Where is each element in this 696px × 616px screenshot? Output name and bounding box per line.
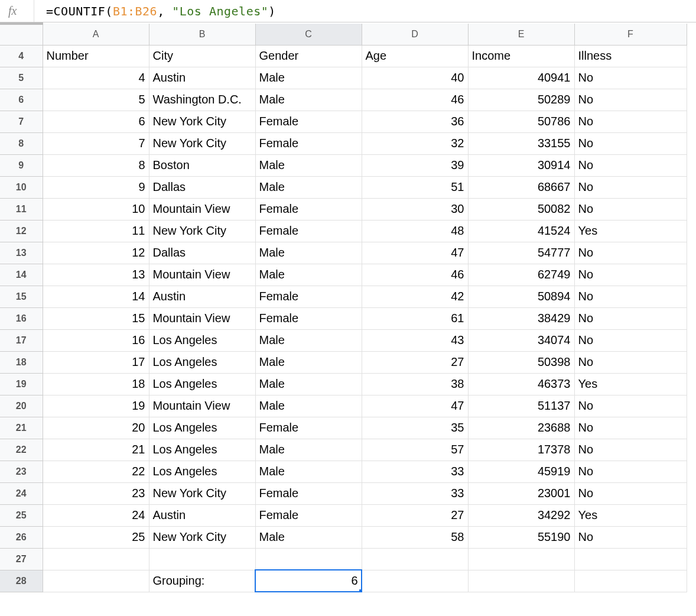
cell-A5[interactable]: 4	[43, 67, 149, 89]
cell-E18[interactable]: 50398	[468, 351, 574, 373]
cell-E20[interactable]: 51137	[468, 395, 574, 417]
row-header-15[interactable]: 15	[0, 286, 43, 307]
row-header-25[interactable]: 25	[0, 504, 43, 526]
cell-A18[interactable]: 17	[43, 351, 149, 373]
cell-C21[interactable]: Female	[255, 417, 362, 439]
row-header-28[interactable]: 28	[0, 570, 43, 592]
cell-E10[interactable]: 68667	[468, 176, 574, 198]
cell-C16[interactable]: Female	[255, 307, 362, 329]
cell-E17[interactable]: 34074	[468, 329, 574, 351]
cell-E15[interactable]: 50894	[468, 286, 574, 307]
cell-B16[interactable]: Mountain View	[149, 307, 255, 329]
cell-B23[interactable]: Los Angeles	[149, 461, 255, 482]
cell-A13[interactable]: 12	[43, 242, 149, 264]
row-header-14[interactable]: 14	[0, 264, 43, 286]
cell-C14[interactable]: Male	[255, 264, 362, 286]
cell-B25[interactable]: Austin	[149, 504, 255, 526]
cell-A17[interactable]: 16	[43, 329, 149, 351]
cell-D21[interactable]: 35	[362, 417, 468, 439]
cell-F20[interactable]: No	[574, 395, 687, 417]
cell-F18[interactable]: No	[574, 351, 687, 373]
column-header-C[interactable]: C	[255, 24, 362, 45]
cell-E23[interactable]: 45919	[468, 461, 574, 482]
row-header-4[interactable]: 4	[0, 45, 43, 67]
cell-C9[interactable]: Male	[255, 154, 362, 176]
cell-A23[interactable]: 22	[43, 461, 149, 482]
column-header-B[interactable]: B	[149, 24, 255, 45]
cell-D17[interactable]: 43	[362, 329, 468, 351]
cell-F8[interactable]: No	[574, 132, 687, 154]
cell-B27[interactable]	[149, 548, 255, 570]
cell-E25[interactable]: 34292	[468, 504, 574, 526]
row-header-8[interactable]: 8	[0, 132, 43, 154]
cell-B19[interactable]: Los Angeles	[149, 373, 255, 395]
row-header-22[interactable]: 22	[0, 439, 43, 461]
cell-C5[interactable]: Male	[255, 67, 362, 89]
cell-B26[interactable]: New York City	[149, 526, 255, 548]
cell-B9[interactable]: Boston	[149, 154, 255, 176]
cell-D20[interactable]: 47	[362, 395, 468, 417]
cell-F10[interactable]: No	[574, 176, 687, 198]
cell-B22[interactable]: Los Angeles	[149, 439, 255, 461]
cell-F22[interactable]: No	[574, 439, 687, 461]
cell-B6[interactable]: Washington D.C.	[149, 89, 255, 111]
cell-A16[interactable]: 15	[43, 307, 149, 329]
cell-F26[interactable]: No	[574, 526, 687, 548]
row-header-23[interactable]: 23	[0, 461, 43, 482]
cell-C19[interactable]: Male	[255, 373, 362, 395]
cell-D28[interactable]	[362, 570, 468, 592]
cell-E7[interactable]: 50786	[468, 111, 574, 132]
cell-F27[interactable]	[574, 548, 687, 570]
cell-A20[interactable]: 19	[43, 395, 149, 417]
row-header-27[interactable]: 27	[0, 548, 43, 570]
cell-A28[interactable]	[43, 570, 149, 592]
cell-B20[interactable]: Mountain View	[149, 395, 255, 417]
cell-B24[interactable]: New York City	[149, 482, 255, 504]
cell-B10[interactable]: Dallas	[149, 176, 255, 198]
cell-A8[interactable]: 7	[43, 132, 149, 154]
cell-E19[interactable]: 46373	[468, 373, 574, 395]
cell-E6[interactable]: 50289	[468, 89, 574, 111]
cell-E8[interactable]: 33155	[468, 132, 574, 154]
cell-B18[interactable]: Los Angeles	[149, 351, 255, 373]
cell-D27[interactable]	[362, 548, 468, 570]
column-header-F[interactable]: F	[574, 24, 687, 45]
cell-A12[interactable]: 11	[43, 220, 149, 242]
row-header-17[interactable]: 17	[0, 329, 43, 351]
cell-D19[interactable]: 38	[362, 373, 468, 395]
cell-E16[interactable]: 38429	[468, 307, 574, 329]
cell-F12[interactable]: Yes	[574, 220, 687, 242]
cell-C24[interactable]: Female	[255, 482, 362, 504]
row-header-5[interactable]: 5	[0, 67, 43, 89]
cell-F11[interactable]: No	[574, 198, 687, 220]
cell-E4[interactable]: Income	[468, 45, 574, 67]
cell-E12[interactable]: 41524	[468, 220, 574, 242]
cell-D7[interactable]: 36	[362, 111, 468, 132]
formula-bar[interactable]: fx =COUNTIF(B1:B26, "Los Angeles")	[0, 0, 696, 22]
cell-F6[interactable]: No	[574, 89, 687, 111]
cell-A11[interactable]: 10	[43, 198, 149, 220]
cell-F16[interactable]: No	[574, 307, 687, 329]
cell-C26[interactable]: Male	[255, 526, 362, 548]
cell-F23[interactable]: No	[574, 461, 687, 482]
cell-A27[interactable]	[43, 548, 149, 570]
cell-E14[interactable]: 62749	[468, 264, 574, 286]
cell-F9[interactable]: No	[574, 154, 687, 176]
cell-C4[interactable]: Gender	[255, 45, 362, 67]
cell-C27[interactable]	[255, 548, 362, 570]
cell-E27[interactable]	[468, 548, 574, 570]
cell-D6[interactable]: 46	[362, 89, 468, 111]
cell-C20[interactable]: Male	[255, 395, 362, 417]
row-header-20[interactable]: 20	[0, 395, 43, 417]
cell-A7[interactable]: 6	[43, 111, 149, 132]
cell-F17[interactable]: No	[574, 329, 687, 351]
cell-B11[interactable]: Mountain View	[149, 198, 255, 220]
cell-D25[interactable]: 27	[362, 504, 468, 526]
cell-B8[interactable]: New York City	[149, 132, 255, 154]
cell-A25[interactable]: 24	[43, 504, 149, 526]
cell-C28[interactable]: 6	[255, 570, 362, 592]
cell-C22[interactable]: Male	[255, 439, 362, 461]
cell-A19[interactable]: 18	[43, 373, 149, 395]
cell-F4[interactable]: Illness	[574, 45, 687, 67]
cell-A22[interactable]: 21	[43, 439, 149, 461]
